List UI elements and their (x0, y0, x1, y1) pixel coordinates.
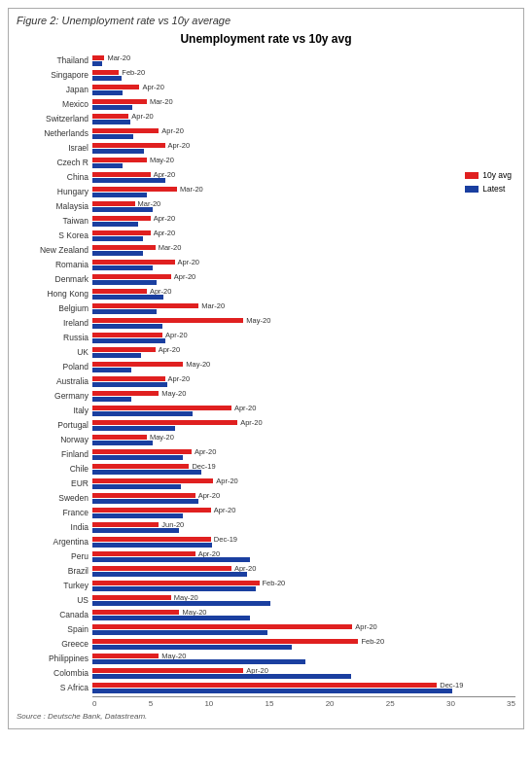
bar-blue-0 (92, 61, 102, 66)
bar-row: Feb-20 (92, 68, 515, 82)
bar-blue-33 (92, 543, 212, 548)
y-label-hong-kong: Hong Kong (17, 287, 92, 301)
y-label-russia: Russia (17, 331, 92, 344)
bar-blue-25 (92, 426, 175, 431)
y-label-colombia: Colombia (17, 666, 92, 680)
bar-red-30 (92, 493, 195, 498)
bar-red-25 (92, 420, 237, 425)
bar-blue-1 (92, 76, 122, 81)
bar-red-37 (92, 595, 171, 600)
y-label-argentina: Argentina (17, 535, 92, 548)
bar-red-6 (92, 143, 165, 148)
y-label-uk: UK (17, 345, 92, 359)
bar-red-39 (92, 624, 352, 629)
legend-label-red: 10y avg (482, 170, 512, 180)
bar-row: May-20 (92, 652, 515, 665)
bar-red-33 (92, 537, 211, 542)
bar-red-4 (92, 114, 128, 119)
y-label-philippines: Philippines (17, 652, 92, 665)
bar-blue-42 (92, 674, 351, 679)
bar-blue-27 (92, 455, 183, 460)
bar-row: Feb-20 (92, 637, 515, 651)
y-label-brazil: Brazil (17, 564, 92, 578)
y-label-mexico: Mexico (17, 97, 92, 111)
bar-red-41 (92, 654, 159, 658)
bar-row: Apr-20 (92, 404, 515, 417)
bar-blue-38 (92, 616, 250, 620)
bar-blue-40 (92, 645, 292, 650)
legend-item-red: 10y avg (465, 170, 512, 180)
bar-row: Apr-20 (92, 374, 515, 388)
y-label-s-korea: S Korea (17, 229, 92, 242)
bar-blue-18 (92, 324, 162, 329)
bar-row: Mar-20 (92, 243, 515, 257)
bar-blue-29 (92, 484, 181, 489)
bar-blue-35 (92, 572, 247, 577)
bar-blue-15 (92, 280, 157, 285)
bar-row: Feb-20 (92, 579, 515, 592)
y-label-sweden: Sweden (17, 491, 92, 505)
y-label-new-zealand: New Zealand (17, 243, 92, 257)
bar-red-22 (92, 376, 165, 381)
bar-blue-30 (92, 499, 198, 504)
bar-red-27 (92, 449, 192, 454)
bar-row: Apr-20 (92, 331, 515, 344)
bar-red-38 (92, 610, 179, 615)
bar-red-1 (92, 70, 119, 75)
y-label-portugal: Portugal (17, 418, 92, 432)
y-label-canada: Canada (17, 608, 92, 621)
bar-red-16 (92, 289, 147, 294)
y-label-israel: Israel (17, 141, 92, 155)
bar-row: Apr-20 (92, 141, 515, 155)
bar-blue-31 (92, 513, 183, 518)
bar-row: Apr-20 (92, 622, 515, 636)
bar-red-20 (92, 347, 156, 352)
bar-red-26 (92, 435, 147, 440)
bar-red-12 (92, 230, 151, 235)
y-label-singapore: Singapore (17, 68, 92, 82)
figure-container: Figure 2: Unemployment rate vs 10y avera… (8, 8, 524, 729)
bar-blue-5 (92, 134, 133, 139)
bar-row: Dec-19 (92, 462, 515, 476)
bar-red-36 (92, 581, 260, 585)
bar-blue-2 (92, 90, 123, 95)
bar-red-21 (92, 362, 183, 367)
y-label-china: China (17, 170, 92, 184)
y-label-belgium: Belgium (17, 301, 92, 315)
bar-red-24 (92, 406, 231, 410)
y-label-eur: EUR (17, 477, 92, 490)
bar-row: Mar-20 (92, 301, 515, 315)
bar-blue-14 (92, 265, 153, 270)
bar-red-43 (92, 683, 437, 688)
legend: 10y avg Latest (465, 170, 512, 194)
bar-red-31 (92, 508, 211, 513)
y-label-switzerland: Switzerland (17, 112, 92, 125)
bar-blue-43 (92, 689, 452, 693)
bar-row: Apr-20 (92, 287, 515, 301)
y-label-spain: Spain (17, 622, 92, 636)
y-label-thailand: Thailand (17, 53, 92, 67)
bar-row: May-20 (92, 360, 515, 373)
bar-blue-13 (92, 251, 143, 256)
bar-blue-26 (92, 441, 153, 445)
bar-row: Mar-20 (92, 199, 515, 213)
y-label-s-africa: S Africa (17, 681, 92, 694)
bar-blue-39 (92, 630, 267, 635)
y-label-greece: Greece (17, 637, 92, 651)
bar-red-5 (92, 128, 159, 133)
bar-red-14 (92, 260, 175, 265)
y-label-denmark: Denmark (17, 272, 92, 286)
bar-red-32 (92, 522, 159, 527)
bars-container: Mar-20Feb-20Apr-20Mar-20Apr-20Apr-20Apr-… (92, 53, 515, 708)
bar-row: May-20 (92, 389, 515, 403)
bar-blue-16 (92, 295, 163, 300)
bar-row: Apr-20 (92, 447, 515, 461)
bar-red-19 (92, 333, 162, 337)
y-label-india: India (17, 520, 92, 534)
y-label-ireland: Ireland (17, 316, 92, 330)
y-label-norway: Norway (17, 433, 92, 446)
bar-blue-24 (92, 411, 193, 416)
y-label-italy: Italy (17, 404, 92, 417)
bar-blue-20 (92, 353, 141, 358)
y-label-poland: Poland (17, 360, 92, 373)
